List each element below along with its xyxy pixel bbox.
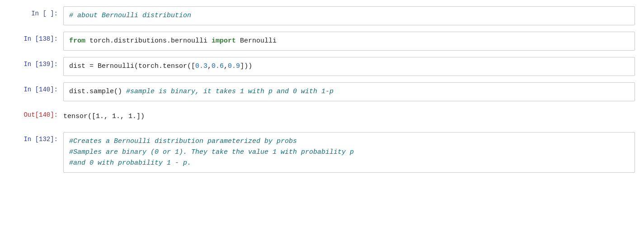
- cell-cell-5: In [132]:#Creates a Bernoulli distributi…: [0, 130, 644, 175]
- cell-label-cell-5: In [132]:: [0, 132, 63, 173]
- cell-label-cell-1: In [ ]:: [0, 6, 63, 25]
- code-line: #and 0 with probability 1 - p.: [69, 158, 629, 169]
- cell-cell-2: In [138]:from torch.distributions.bernou…: [0, 30, 644, 52]
- cell-label-cell-4-out: Out[140]:: [0, 108, 63, 126]
- cell-content-cell-4-out: tensor([1., 1., 1.]): [63, 108, 635, 126]
- cell-cell-3: In [139]:dist = Bernoulli(torch.tensor([…: [0, 55, 644, 78]
- code-text: ,: [224, 62, 228, 70]
- code-comment: # about Bernoulli distribution: [69, 12, 191, 19]
- code-text: dist.sample(): [69, 88, 126, 95]
- code-text: torch.distributions.bernoulli: [85, 37, 212, 45]
- cell-cell-4: In [140]:dist.sample() #sample is binary…: [0, 81, 644, 103]
- cell-cell-1: In [ ]:# about Bernoulli distribution: [0, 5, 644, 27]
- code-text: tensor([1., 1., 1.]): [63, 113, 145, 120]
- code-comment: #Samples are binary (0 or 1). They take …: [69, 148, 354, 156]
- cell-label-cell-2: In [138]:: [0, 32, 63, 51]
- code-line: from torch.distributions.bernoulli impor…: [69, 36, 629, 47]
- code-line: dist = Bernoulli(torch.tensor([0.3,0.6,0…: [69, 61, 629, 72]
- code-comment: #and 0 with probability 1 - p.: [69, 159, 191, 167]
- code-number: 0.3: [195, 62, 207, 70]
- code-line: #Creates a Bernoulli distribution parame…: [69, 136, 629, 147]
- cell-content-cell-2[interactable]: from torch.distributions.bernoulli impor…: [63, 32, 635, 51]
- code-line: tensor([1., 1., 1.]): [63, 111, 630, 122]
- code-text: dist = Bernoulli(torch.tensor([: [69, 62, 195, 70]
- code-line: # about Bernoulli distribution: [69, 10, 629, 21]
- code-comment: #Creates a Bernoulli distribution parame…: [69, 137, 297, 145]
- code-keyword: from: [69, 37, 85, 45]
- code-number: 0.9: [228, 62, 240, 70]
- cell-content-cell-3[interactable]: dist = Bernoulli(torch.tensor([0.3,0.6,0…: [63, 57, 635, 76]
- code-line: #Samples are binary (0 or 1). They take …: [69, 147, 629, 158]
- code-number: 0.6: [212, 62, 224, 70]
- notebook: In [ ]:# about Bernoulli distributionIn …: [0, 0, 644, 182]
- code-text: Bernoulli: [236, 37, 277, 45]
- code-line: dist.sample() #sample is binary, it take…: [69, 86, 629, 97]
- cell-label-cell-3: In [139]:: [0, 57, 63, 76]
- cell-content-cell-5[interactable]: #Creates a Bernoulli distribution parame…: [63, 132, 635, 173]
- code-text: ])): [240, 62, 252, 70]
- cell-cell-4-out: Out[140]:tensor([1., 1., 1.]): [0, 106, 644, 128]
- code-comment: #sample is binary, it takes 1 with p and…: [126, 88, 334, 95]
- code-text: ,: [207, 62, 212, 70]
- cell-content-cell-4[interactable]: dist.sample() #sample is binary, it take…: [63, 82, 635, 101]
- code-keyword: import: [212, 37, 236, 45]
- cell-content-cell-1[interactable]: # about Bernoulli distribution: [63, 6, 635, 25]
- cell-label-cell-4: In [140]:: [0, 82, 63, 101]
